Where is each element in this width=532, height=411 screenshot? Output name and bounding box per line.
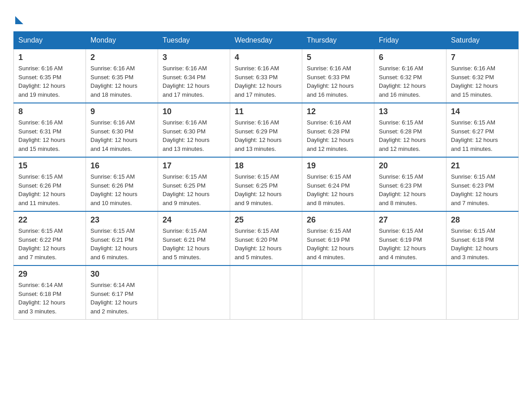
day-number: 19: [307, 161, 369, 171]
calendar-day-18: 18 Sunrise: 6:15 AM Sunset: 6:25 PM Dayl…: [230, 157, 302, 211]
day-info: Sunrise: 6:15 AM Sunset: 6:19 PM Dayligh…: [379, 227, 442, 261]
day-number: 30: [90, 270, 153, 279]
day-number: 13: [379, 107, 442, 116]
header-tuesday: Tuesday: [158, 32, 230, 49]
day-number: 16: [90, 161, 153, 171]
day-info: Sunrise: 6:14 AM Sunset: 6:18 PM Dayligh…: [18, 281, 81, 316]
calendar-day-12: 12 Sunrise: 6:16 AM Sunset: 6:28 PM Dayl…: [302, 103, 374, 157]
day-info: Sunrise: 6:15 AM Sunset: 6:22 PM Dayligh…: [18, 227, 81, 261]
header-wednesday: Wednesday: [230, 32, 302, 49]
day-info: Sunrise: 6:15 AM Sunset: 6:18 PM Dayligh…: [451, 227, 514, 261]
empty-cell-w4c4: [302, 265, 374, 320]
day-info: Sunrise: 6:16 AM Sunset: 6:29 PM Dayligh…: [235, 118, 297, 153]
day-number: 24: [163, 215, 225, 225]
day-info: Sunrise: 6:16 AM Sunset: 6:35 PM Dayligh…: [90, 64, 153, 99]
day-number: 29: [18, 270, 81, 279]
calendar-day-9: 9 Sunrise: 6:16 AM Sunset: 6:30 PM Dayli…: [86, 103, 158, 157]
calendar-week-1: 1 Sunrise: 6:16 AM Sunset: 6:35 PM Dayli…: [14, 49, 519, 103]
day-info: Sunrise: 6:14 AM Sunset: 6:17 PM Dayligh…: [90, 281, 153, 316]
calendar-day-27: 27 Sunrise: 6:15 AM Sunset: 6:19 PM Dayl…: [374, 211, 446, 265]
day-number: 3: [163, 53, 225, 62]
calendar-day-6: 6 Sunrise: 6:16 AM Sunset: 6:32 PM Dayli…: [374, 49, 446, 103]
day-number: 26: [307, 215, 369, 225]
calendar-day-15: 15 Sunrise: 6:15 AM Sunset: 6:26 PM Dayl…: [14, 157, 86, 211]
calendar-week-3: 15 Sunrise: 6:15 AM Sunset: 6:26 PM Dayl…: [14, 157, 519, 211]
day-number: 17: [163, 161, 225, 171]
day-number: 14: [451, 107, 514, 116]
empty-cell-w4c5: [374, 265, 446, 320]
calendar-day-10: 10 Sunrise: 6:16 AM Sunset: 6:30 PM Dayl…: [158, 103, 230, 157]
day-number: 1: [18, 53, 81, 62]
header-sunday: Sunday: [14, 32, 86, 49]
day-info: Sunrise: 6:16 AM Sunset: 6:30 PM Dayligh…: [90, 118, 153, 153]
calendar-day-13: 13 Sunrise: 6:15 AM Sunset: 6:28 PM Dayl…: [374, 103, 446, 157]
day-info: Sunrise: 6:15 AM Sunset: 6:27 PM Dayligh…: [451, 118, 514, 153]
day-number: 8: [18, 107, 81, 116]
header-monday: Monday: [86, 32, 158, 49]
day-info: Sunrise: 6:15 AM Sunset: 6:26 PM Dayligh…: [90, 172, 153, 207]
calendar-day-7: 7 Sunrise: 6:16 AM Sunset: 6:32 PM Dayli…: [446, 49, 519, 103]
day-number: 25: [235, 215, 297, 225]
day-info: Sunrise: 6:15 AM Sunset: 6:25 PM Dayligh…: [163, 172, 225, 207]
calendar-day-3: 3 Sunrise: 6:16 AM Sunset: 6:34 PM Dayli…: [158, 49, 230, 103]
day-number: 11: [235, 107, 297, 116]
calendar-day-11: 11 Sunrise: 6:16 AM Sunset: 6:29 PM Dayl…: [230, 103, 302, 157]
day-info: Sunrise: 6:16 AM Sunset: 6:28 PM Dayligh…: [307, 118, 369, 153]
day-info: Sunrise: 6:16 AM Sunset: 6:32 PM Dayligh…: [451, 64, 514, 99]
day-number: 27: [379, 215, 442, 225]
day-number: 6: [379, 53, 442, 62]
empty-cell-w4c2: [158, 265, 230, 320]
empty-cell-w4c6: [446, 265, 519, 320]
day-info: Sunrise: 6:16 AM Sunset: 6:35 PM Dayligh…: [18, 64, 81, 99]
day-number: 18: [235, 161, 297, 171]
logo-arrow-icon: [15, 16, 23, 24]
day-number: 4: [235, 53, 297, 62]
calendar-day-20: 20 Sunrise: 6:15 AM Sunset: 6:23 PM Dayl…: [374, 157, 446, 211]
day-info: Sunrise: 6:15 AM Sunset: 6:23 PM Dayligh…: [451, 172, 514, 207]
day-info: Sunrise: 6:16 AM Sunset: 6:32 PM Dayligh…: [379, 64, 442, 99]
calendar-day-23: 23 Sunrise: 6:15 AM Sunset: 6:21 PM Dayl…: [86, 211, 158, 265]
calendar-week-4: 22 Sunrise: 6:15 AM Sunset: 6:22 PM Dayl…: [14, 211, 519, 265]
day-info: Sunrise: 6:16 AM Sunset: 6:33 PM Dayligh…: [307, 64, 369, 99]
logo: [13, 13, 23, 22]
empty-cell-w4c3: [230, 265, 302, 320]
day-info: Sunrise: 6:15 AM Sunset: 6:20 PM Dayligh…: [235, 227, 297, 261]
header-saturday: Saturday: [446, 32, 519, 49]
day-info: Sunrise: 6:15 AM Sunset: 6:19 PM Dayligh…: [307, 227, 369, 261]
page-header: [13, 13, 519, 22]
day-number: 23: [90, 215, 153, 225]
day-number: 22: [18, 215, 81, 225]
calendar-header-row: SundayMondayTuesdayWednesdayThursdayFrid…: [14, 32, 519, 49]
calendar-day-16: 16 Sunrise: 6:15 AM Sunset: 6:26 PM Dayl…: [86, 157, 158, 211]
calendar-day-25: 25 Sunrise: 6:15 AM Sunset: 6:20 PM Dayl…: [230, 211, 302, 265]
day-number: 7: [451, 53, 514, 62]
calendar-day-2: 2 Sunrise: 6:16 AM Sunset: 6:35 PM Dayli…: [86, 49, 158, 103]
calendar-table: SundayMondayTuesdayWednesdayThursdayFrid…: [13, 31, 519, 320]
day-number: 10: [163, 107, 225, 116]
calendar-day-14: 14 Sunrise: 6:15 AM Sunset: 6:27 PM Dayl…: [446, 103, 519, 157]
day-number: 28: [451, 215, 514, 225]
calendar-day-26: 26 Sunrise: 6:15 AM Sunset: 6:19 PM Dayl…: [302, 211, 374, 265]
calendar-day-21: 21 Sunrise: 6:15 AM Sunset: 6:23 PM Dayl…: [446, 157, 519, 211]
calendar-day-28: 28 Sunrise: 6:15 AM Sunset: 6:18 PM Dayl…: [446, 211, 519, 265]
calendar-day-4: 4 Sunrise: 6:16 AM Sunset: 6:33 PM Dayli…: [230, 49, 302, 103]
day-info: Sunrise: 6:15 AM Sunset: 6:23 PM Dayligh…: [379, 172, 442, 207]
day-info: Sunrise: 6:16 AM Sunset: 6:33 PM Dayligh…: [235, 64, 297, 99]
day-info: Sunrise: 6:16 AM Sunset: 6:31 PM Dayligh…: [18, 118, 81, 153]
day-number: 20: [379, 161, 442, 171]
calendar-day-17: 17 Sunrise: 6:15 AM Sunset: 6:25 PM Dayl…: [158, 157, 230, 211]
day-info: Sunrise: 6:16 AM Sunset: 6:34 PM Dayligh…: [163, 64, 225, 99]
day-info: Sunrise: 6:15 AM Sunset: 6:21 PM Dayligh…: [90, 227, 153, 261]
calendar-day-19: 19 Sunrise: 6:15 AM Sunset: 6:24 PM Dayl…: [302, 157, 374, 211]
calendar-week-5: 29 Sunrise: 6:14 AM Sunset: 6:18 PM Dayl…: [14, 265, 519, 320]
day-number: 2: [90, 53, 153, 62]
day-info: Sunrise: 6:15 AM Sunset: 6:24 PM Dayligh…: [307, 172, 369, 207]
day-number: 5: [307, 53, 369, 62]
calendar-day-5: 5 Sunrise: 6:16 AM Sunset: 6:33 PM Dayli…: [302, 49, 374, 103]
day-number: 12: [307, 107, 369, 116]
day-info: Sunrise: 6:15 AM Sunset: 6:21 PM Dayligh…: [163, 227, 225, 261]
calendar-week-2: 8 Sunrise: 6:16 AM Sunset: 6:31 PM Dayli…: [14, 103, 519, 157]
day-info: Sunrise: 6:15 AM Sunset: 6:26 PM Dayligh…: [18, 172, 81, 207]
calendar-day-24: 24 Sunrise: 6:15 AM Sunset: 6:21 PM Dayl…: [158, 211, 230, 265]
day-number: 21: [451, 161, 514, 171]
